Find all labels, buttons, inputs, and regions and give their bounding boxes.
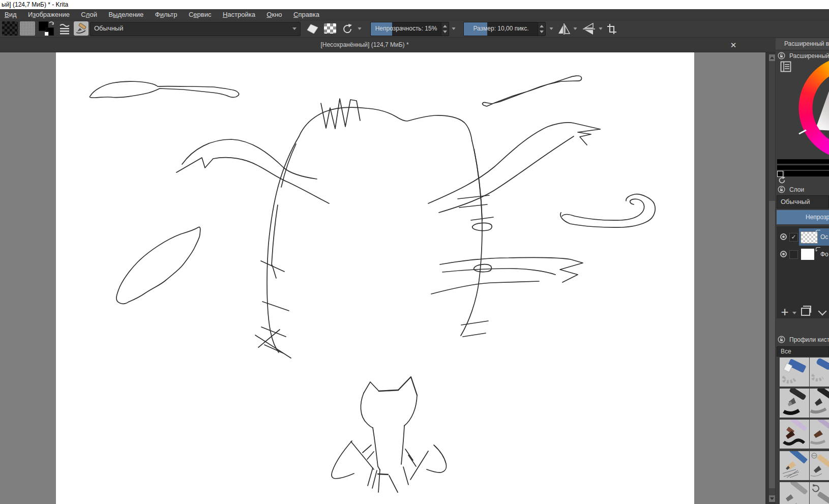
lock-icon[interactable]	[778, 186, 785, 193]
reload-options-chevron-icon[interactable]	[358, 27, 362, 30]
menu-settings[interactable]: Настройка	[218, 9, 260, 20]
document-tab-bar: [Несохранённый] (124,7 МиБ) * ✕	[0, 38, 776, 52]
canvas-drawing	[56, 52, 694, 504]
brush-preset-combobox[interactable]: Обычный	[90, 22, 301, 36]
add-layer-chevron-icon[interactable]	[792, 312, 796, 314]
brush-preset-smudge[interactable]	[810, 482, 829, 504]
blend-mode-value: Обычный	[781, 198, 810, 205]
scroll-down-icon[interactable]	[769, 495, 775, 502]
mirror-vertical-chevron-icon[interactable]	[599, 27, 603, 30]
brush-preset-value: Обычный	[94, 24, 123, 32]
layer-row-1[interactable]: ✓ Ос	[777, 228, 829, 246]
krita-window: ый] (124,7 МиБ) * - Krita Вид Изображени…	[0, 0, 829, 504]
add-layer-button[interactable]: +	[779, 305, 791, 319]
crop-icon[interactable]	[606, 23, 617, 35]
opacity-spinner[interactable]	[441, 22, 449, 36]
lock-icon[interactable]	[778, 52, 785, 60]
brush-preset-eraser[interactable]	[780, 358, 809, 387]
document-tab[interactable]: [Несохранённый] (124,7 МиБ) *	[0, 38, 729, 52]
reload-preset-icon[interactable]	[341, 23, 353, 35]
gradient-icon[interactable]	[2, 21, 18, 36]
advanced-docker-header: Расширенный	[778, 52, 828, 60]
brush-preset-marker[interactable]	[780, 482, 809, 504]
layers-docker-title: Слои	[789, 186, 804, 193]
brush-preset-eraser-soft[interactable]	[810, 358, 829, 387]
advanced-docker-title: Расширенный	[789, 52, 829, 60]
duplicate-layer-button[interactable]	[801, 308, 810, 316]
layer-row-2[interactable]: Фо	[777, 246, 829, 263]
mirror-horizontal-icon[interactable]	[557, 22, 571, 36]
presets-docker-title: Профили кист	[789, 336, 829, 343]
value-slider-1[interactable]	[777, 159, 829, 164]
refresh-colors-icon[interactable]	[778, 176, 786, 185]
size-slider[interactable]: Размер: 10,00 пикс.	[463, 22, 539, 36]
eraser-mode-icon[interactable]	[306, 23, 320, 35]
menu-image[interactable]: Изображение	[23, 9, 74, 20]
menu-filter[interactable]: Фильтр	[151, 9, 182, 20]
scroll-up-icon[interactable]	[769, 54, 775, 61]
lock-icon[interactable]	[778, 336, 785, 343]
brush-preset-ink-pen-2[interactable]	[810, 389, 829, 418]
layer-visible-icon[interactable]	[780, 251, 787, 257]
window-title: ый] (124,7 МиБ) * - Krita	[0, 0, 829, 9]
canvas[interactable]	[56, 52, 694, 504]
brush-preset-pencil-2h[interactable]	[810, 451, 829, 480]
size-label: Размер: 10,00 пикс.	[464, 22, 538, 35]
preserve-alpha-icon[interactable]	[324, 23, 336, 34]
layer-properties-chevron-icon[interactable]	[818, 308, 826, 316]
menu-window[interactable]: Окно	[262, 9, 286, 20]
menu-view[interactable]: Вид	[0, 9, 21, 20]
fg-bg-colors-icon[interactable]	[39, 21, 55, 36]
menu-layer[interactable]: Слой	[76, 9, 102, 20]
opacity-label: Непрозрачность: 15%	[371, 22, 441, 35]
layer-name: Ос	[820, 233, 828, 241]
hue-ring[interactable]	[777, 60, 829, 159]
presets-docker-header: Профили кист	[778, 336, 828, 344]
edit-brush-settings-icon[interactable]	[74, 21, 88, 36]
layer-thumbnail	[801, 249, 814, 260]
color-selector[interactable]	[777, 60, 829, 159]
brush-options-icon[interactable]	[58, 22, 71, 35]
layer-visible-icon[interactable]	[780, 233, 787, 240]
canvas-viewport[interactable]	[0, 52, 765, 504]
mirror-vertical-icon[interactable]	[582, 22, 596, 36]
layer-opacity-slider[interactable]: Непрозр	[777, 210, 829, 224]
canvas-scrollbar-rail	[765, 52, 776, 504]
selector-settings-icon[interactable]	[780, 61, 791, 72]
preset-filter-combobox[interactable]: Все	[777, 346, 829, 357]
opacity-slider[interactable]: Непрозрачность: 15%	[370, 22, 442, 36]
size-options-chevron-icon[interactable]	[549, 27, 553, 30]
layer-name: Фо	[820, 251, 828, 258]
menu-tools[interactable]: Сервис	[184, 9, 216, 20]
mirror-horizontal-chevron-icon[interactable]	[573, 27, 577, 30]
preset-filter-value: Все	[781, 348, 791, 355]
size-spinner[interactable]	[538, 22, 546, 36]
main-toolbar: Обычный Непрозрачность: 15% Размер: 10,0…	[0, 20, 829, 38]
color-history-bar[interactable]	[784, 171, 829, 176]
layers-docker-header: Слои	[778, 186, 828, 194]
canvas-vscrollbar[interactable]	[769, 54, 775, 502]
swap-colors-icon	[48, 21, 55, 28]
vscrollbar-thumb[interactable]	[769, 201, 775, 488]
value-slider-2[interactable]	[777, 165, 829, 170]
blend-mode-combobox[interactable]: Обычный	[777, 195, 829, 209]
right-docker-panel: Расширенный вы Расширенный	[776, 38, 829, 504]
opacity-options-chevron-icon[interactable]	[452, 27, 456, 30]
brush-preset-ink-pen[interactable]	[780, 389, 809, 418]
brush-preset-pencil[interactable]	[780, 451, 809, 480]
menu-select[interactable]: Выделение	[104, 9, 148, 20]
menu-help[interactable]: Справка	[289, 9, 324, 20]
layer-alpha-checkbox[interactable]: ✓	[789, 233, 798, 242]
layer-alpha-checkbox[interactable]	[789, 250, 798, 259]
advanced-color-selector-tab[interactable]: Расширенный вы	[776, 38, 829, 50]
chevron-down-icon	[292, 27, 297, 30]
close-document-icon[interactable]: ✕	[727, 38, 739, 52]
brush-preset-paintbrush[interactable]	[780, 420, 809, 449]
brush-preset-round-brush[interactable]	[810, 420, 829, 449]
pattern-icon[interactable]	[20, 21, 35, 36]
menu-bar: Вид Изображение Слой Выделение Фильтр Се…	[0, 9, 829, 20]
layer-opacity-label: Непрозр	[806, 214, 829, 221]
